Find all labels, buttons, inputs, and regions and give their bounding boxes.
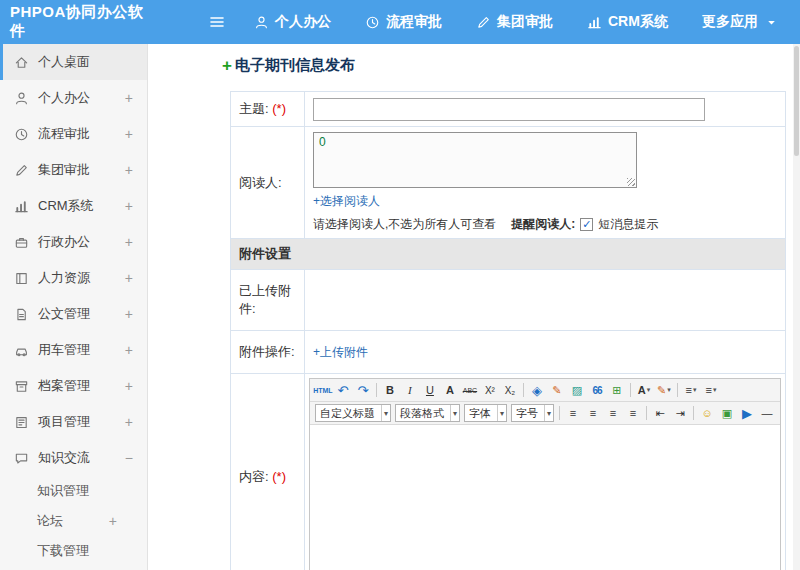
html-source-button[interactable]: HTML <box>313 381 333 399</box>
topbar: PHPOA协同办公软件 个人办公 流程审批 集团审批 CRM系统 更多应用 <box>0 0 800 44</box>
nav-group-approval[interactable]: 集团审批 <box>476 13 553 31</box>
vertical-scrollbar[interactable] <box>793 44 800 570</box>
undo-button[interactable]: ↶ <box>333 381 353 399</box>
readers-label-cell: 阅读人: <box>231 127 305 239</box>
sidebar-item-administration[interactable]: 行政办公 + <box>0 224 147 260</box>
sidebar-item-label: 个人桌面 <box>38 53 133 71</box>
sidebar-item-workflow-approval[interactable]: 流程审批 + <box>0 116 147 152</box>
hamburger-icon <box>208 13 226 31</box>
heading-select[interactable]: 自定义标题 ▾ <box>315 404 391 422</box>
toolbar-separator <box>693 406 694 420</box>
expand-indicator: + <box>125 378 133 394</box>
background-color-button[interactable]: ▨ <box>567 381 587 399</box>
sidebar-subitem-public-file-cabinet[interactable]: 公共文件柜 <box>0 566 147 570</box>
sms-notify-checkbox[interactable]: ✓ <box>580 218 593 231</box>
font-style-button[interactable]: A <box>440 381 460 399</box>
emotion-button[interactable]: ☺ <box>697 404 717 422</box>
remind-readers-label: 提醒阅读人: <box>511 216 575 233</box>
select-readers-link[interactable]: +选择阅读人 <box>313 193 380 210</box>
person-icon <box>14 91 29 106</box>
editor-canvas[interactable] <box>310 425 780 570</box>
uploaded-attachments-value <box>304 270 785 331</box>
car-icon <box>14 343 29 358</box>
pen-color-button[interactable]: ✎ <box>654 381 674 399</box>
edit-icon <box>476 15 491 30</box>
sidebar-item-personal-desktop[interactable]: 个人桌面 <box>0 44 147 80</box>
align-left-button[interactable]: ≡ <box>563 404 583 422</box>
superscript-button[interactable]: X² <box>480 381 500 399</box>
ordered-list-button[interactable]: ≡ <box>701 381 721 399</box>
indent-increase-button[interactable]: ⇥ <box>670 404 690 422</box>
sidebar-subitem-knowledge-management[interactable]: 知识管理 <box>0 476 147 506</box>
readers-textarea[interactable]: 0 <box>313 132 637 188</box>
attachment-op-label-cell: 附件操作: <box>231 331 305 374</box>
toolbar-separator <box>677 383 678 397</box>
sidebar-subitem-download-management[interactable]: 下载管理 <box>0 536 147 566</box>
rich-text-editor: HTML ↶ ↷ B I U A ABC X² X₂ ◈ <box>309 378 781 570</box>
sidebar-item-personal-office[interactable]: 个人办公 + <box>0 80 147 116</box>
align-center-button[interactable]: ≡ <box>583 404 603 422</box>
remove-format-button[interactable]: ◈ <box>527 381 547 399</box>
redo-button[interactable]: ↷ <box>353 381 373 399</box>
font-family-select[interactable]: 字体 ▾ <box>464 404 507 422</box>
subscript-button[interactable]: X₂ <box>500 381 520 399</box>
required-mark: (*) <box>272 101 286 116</box>
italic-button[interactable]: I <box>400 381 420 399</box>
attachment-section-row: 附件设置 <box>231 239 786 270</box>
sidebar-item-project-management[interactable]: 项目管理 + <box>0 404 147 440</box>
uploaded-attachments-row: 已上传附件: <box>231 270 786 331</box>
add-icon: + <box>222 57 232 74</box>
format-painter-button[interactable]: ✎ <box>547 381 567 399</box>
horizontal-rule-button[interactable]: — <box>757 404 777 422</box>
align-justify-button[interactable]: ≡ <box>623 404 643 422</box>
subject-label-cell: 主题: (*) <box>231 92 305 127</box>
subject-label: 主题: <box>239 101 269 116</box>
upload-attachment-link[interactable]: +上传附件 <box>313 344 368 361</box>
book-icon <box>14 271 29 286</box>
sidebar-item-vehicle-management[interactable]: 用车管理 + <box>0 332 147 368</box>
nav-label: 流程审批 <box>386 13 442 31</box>
sidebar-item-group-approval[interactable]: 集团审批 + <box>0 152 147 188</box>
sidebar-item-label: 用车管理 <box>38 341 125 359</box>
blockquote-button[interactable]: 66 <box>587 381 607 399</box>
font-color-button[interactable]: A <box>634 381 654 399</box>
subject-input[interactable] <box>313 98 705 121</box>
indent-decrease-button[interactable]: ⇤ <box>650 404 670 422</box>
bold-button[interactable]: B <box>380 381 400 399</box>
insert-video-button[interactable]: ▶ <box>737 404 757 422</box>
uploaded-label-cell: 已上传附件: <box>231 270 305 331</box>
chevron-down-icon: ▾ <box>450 405 459 421</box>
sidebar-item-document-management[interactable]: 公文管理 + <box>0 296 147 332</box>
readers-hint-line: 请选择阅读人,不选为所有人可查看 提醒阅读人: ✓ 短消息提示 <box>313 216 777 233</box>
sidebar-subitem-forum[interactable]: 论坛 + <box>0 506 147 536</box>
nav-personal-office[interactable]: 个人办公 <box>254 13 331 31</box>
paragraph-format-select[interactable]: 段落格式 ▾ <box>395 404 460 422</box>
unordered-list-button[interactable]: ≡ <box>681 381 701 399</box>
sidebar-item-label: 知识交流 <box>38 449 125 467</box>
expand-indicator: + <box>125 162 133 178</box>
person-icon <box>254 15 269 30</box>
menu-toggle-button[interactable] <box>206 11 228 33</box>
strikethrough-button[interactable]: ABC <box>460 381 480 399</box>
chevron-down-icon: ▾ <box>544 405 553 421</box>
page-title: + 电子期刊信息发布 <box>222 56 792 75</box>
align-right-button[interactable]: ≡ <box>603 404 623 422</box>
attachment-operations-label: 附件操作: <box>239 344 295 359</box>
sidebar-subitem-label: 知识管理 <box>37 482 117 500</box>
underline-button[interactable]: U <box>420 381 440 399</box>
nav-crm-system[interactable]: CRM系统 <box>587 13 668 31</box>
sms-notify-label: 短消息提示 <box>598 216 658 233</box>
chat-icon <box>14 451 29 466</box>
sidebar-item-human-resources[interactable]: 人力资源 + <box>0 260 147 296</box>
home-icon <box>14 55 29 70</box>
sidebar-item-crm-system[interactable]: CRM系统 + <box>0 188 147 224</box>
nav-workflow-approval[interactable]: 流程审批 <box>365 13 442 31</box>
font-size-select[interactable]: 字号 ▾ <box>511 404 554 422</box>
sidebar-item-archive-management[interactable]: 档案管理 + <box>0 368 147 404</box>
nav-more-apps[interactable]: 更多应用 <box>702 13 779 31</box>
subject-row: 主题: (*) <box>231 92 786 127</box>
insert-image-button[interactable]: ▣ <box>717 404 737 422</box>
scrollbar-thumb[interactable] <box>794 46 799 156</box>
insert-table-button[interactable]: ⊞ <box>607 381 627 399</box>
sidebar-item-knowledge-exchange[interactable]: 知识交流 − <box>0 440 147 476</box>
